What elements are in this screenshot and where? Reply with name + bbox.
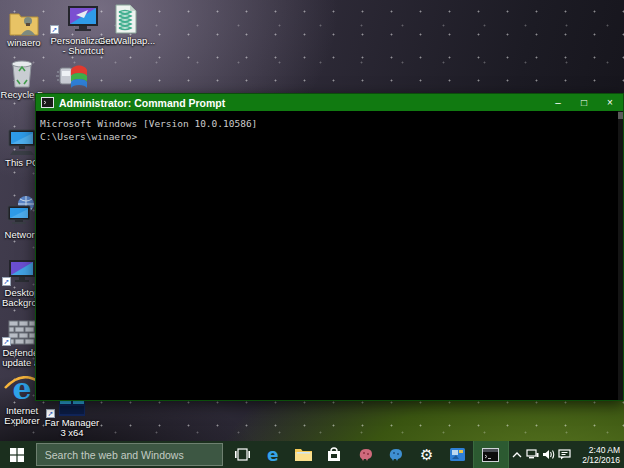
- command-prompt-taskbar-button[interactable]: [473, 441, 509, 468]
- speaker-icon: [542, 449, 555, 460]
- desktop-screen: winaero ➚ Personalization - Shortcut Get…: [0, 0, 624, 468]
- store-taskbar-button[interactable]: [319, 441, 350, 468]
- start-button[interactable]: [0, 441, 34, 468]
- desktop-icon-far-manager[interactable]: ➚ Far Manager 3 x64: [44, 398, 100, 438]
- pinned-app-blue-icon: [388, 448, 403, 461]
- clock-date: 2/12/2016: [582, 455, 620, 465]
- recycle-bin-icon: [0, 58, 44, 88]
- vertical-scrollbar[interactable]: [618, 111, 623, 400]
- console-line: Microsoft Windows [Version 10.0.10586]: [36, 117, 623, 130]
- maximize-button[interactable]: □: [571, 94, 597, 111]
- settings-taskbar-button[interactable]: ⚙: [411, 441, 442, 468]
- task-view-icon: [235, 448, 250, 461]
- command-prompt-window: Administrator: Command Prompt – □ × Micr…: [35, 93, 624, 401]
- gear-icon: ⚙: [420, 447, 433, 462]
- taskbar-search-box[interactable]: [36, 443, 223, 466]
- photos-app-icon: [450, 448, 465, 461]
- show-hidden-icons-button[interactable]: [509, 441, 525, 468]
- console-prompt-line: C:\Users\winaero>: [36, 130, 623, 143]
- script-file-icon: [98, 4, 152, 34]
- shortcut-arrow-icon: ➚: [46, 409, 55, 418]
- network-tray-button[interactable]: [525, 441, 541, 468]
- shortcut-arrow-icon: ➚: [2, 337, 11, 346]
- scroll-up-arrow-icon[interactable]: [618, 112, 623, 119]
- taskbar-clock[interactable]: 2:40 AM 2/12/2016: [572, 441, 624, 468]
- windows-setup-icon: [50, 60, 94, 94]
- minimize-button[interactable]: –: [545, 94, 571, 111]
- console-text: Microsoft Windows [Version 10.0.10586] C…: [36, 111, 623, 143]
- task-view-button[interactable]: [227, 441, 258, 468]
- desktop-icon-label: GetWallpap...: [98, 36, 152, 46]
- desktop-icon-winaero[interactable]: winaero: [0, 6, 48, 48]
- desktop-icon-windows-setup[interactable]: [50, 60, 94, 96]
- pinned-app-pink-icon: [358, 448, 373, 461]
- store-bag-icon: [327, 447, 341, 462]
- edge-icon: e: [267, 445, 279, 465]
- shortcut-arrow-icon: ➚: [50, 25, 59, 34]
- desktop-icon-label: Internet Explorer: [0, 406, 44, 426]
- shortcut-arrow-icon: ➚: [2, 277, 11, 286]
- chevron-up-icon: [512, 452, 522, 458]
- notification-bubble-icon: [558, 449, 571, 460]
- clock-time: 2:40 AM: [589, 445, 620, 455]
- volume-tray-button[interactable]: [541, 441, 557, 468]
- window-titlebar[interactable]: Administrator: Command Prompt – □ ×: [36, 94, 623, 111]
- search-input[interactable]: [45, 449, 222, 461]
- window-title: Administrator: Command Prompt: [59, 97, 225, 109]
- taskbar: e: [0, 441, 624, 468]
- desktop-icon-label: Far Manager 3 x64: [44, 418, 100, 438]
- desktop-icon-getwallpaper[interactable]: GetWallpap...: [98, 4, 152, 46]
- console-output-area[interactable]: Microsoft Windows [Version 10.0.10586] C…: [36, 111, 623, 400]
- file-explorer-taskbar-button[interactable]: [288, 441, 319, 468]
- photos-taskbar-button[interactable]: [442, 441, 473, 468]
- pinned-app-pink-button[interactable]: [350, 441, 381, 468]
- action-center-tray-button[interactable]: [556, 441, 572, 468]
- edge-taskbar-button[interactable]: e: [257, 441, 288, 468]
- file-explorer-icon: [295, 448, 312, 461]
- ethernet-network-icon: [526, 449, 539, 460]
- close-button[interactable]: ×: [597, 94, 623, 111]
- pinned-app-blue-button[interactable]: [381, 441, 412, 468]
- windows-logo-icon: [10, 448, 24, 462]
- desktop-icon-label: winaero: [0, 38, 48, 48]
- console-window-icon: [41, 97, 54, 108]
- console-window-icon: [482, 448, 499, 462]
- folder-user-icon: [0, 6, 48, 36]
